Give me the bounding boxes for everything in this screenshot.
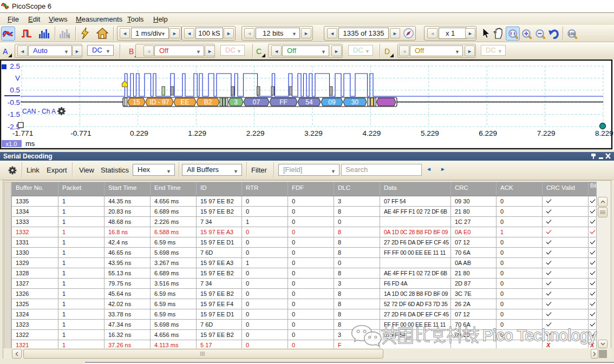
svg-text:15: 15	[133, 98, 140, 106]
svg-text:0.229: 0.229	[130, 129, 148, 137]
svg-text:3.229: 3.229	[304, 129, 323, 137]
svg-text:4.229: 4.229	[363, 129, 381, 137]
svg-text:2.229: 2.229	[246, 129, 265, 137]
svg-text:FF: FF	[279, 98, 288, 106]
svg-text:3: 3	[234, 98, 238, 106]
svg-text:-1.5: -1.5	[8, 110, 20, 118]
svg-text:1.229: 1.229	[188, 129, 206, 137]
svg-text:5.229: 5.229	[421, 129, 439, 137]
svg-text:x1.0: x1.0	[6, 141, 17, 147]
svg-text:-0.5: -0.5	[8, 98, 20, 107]
svg-text:100: 100	[569, 31, 576, 36]
svg-text:EE: EE	[180, 98, 189, 106]
svg-text:CAN - Ch A: CAN - Ch A	[22, 108, 56, 115]
svg-text:09: 09	[328, 98, 336, 106]
svg-text:6.229: 6.229	[479, 129, 497, 137]
svg-text:2.5: 2.5	[10, 62, 20, 70]
svg-text:V: V	[15, 74, 20, 82]
svg-text:ms: ms	[25, 140, 35, 148]
svg-text:8.229: 8.229	[595, 129, 613, 137]
svg-text:7.229: 7.229	[537, 129, 556, 137]
svg-text:-1.771: -1.771	[12, 129, 33, 137]
svg-text:B2: B2	[204, 98, 212, 106]
svg-text:0.5: 0.5	[10, 86, 20, 94]
svg-text:54: 54	[305, 98, 313, 106]
svg-text:ID - 97: ID - 97	[149, 98, 169, 106]
svg-text:07: 07	[253, 98, 260, 106]
svg-text:Pico Technology: Pico Technology	[482, 327, 597, 344]
svg-text:30: 30	[351, 98, 359, 106]
svg-text:-0.771: -0.771	[70, 129, 91, 137]
